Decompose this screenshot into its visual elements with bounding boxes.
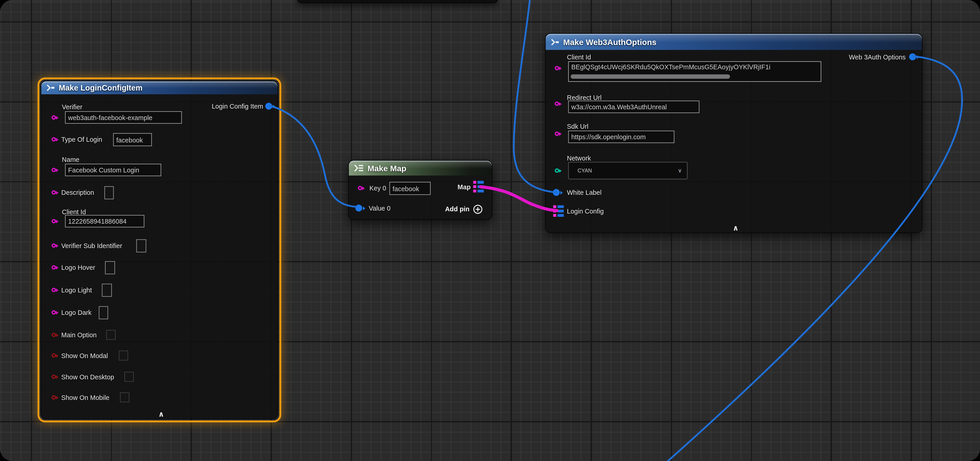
pin-label-client-id: Client Id (62, 208, 86, 216)
pin-description[interactable] (51, 190, 56, 195)
pin-label-type-of-login: Type Of Login (61, 136, 102, 143)
pin-label-main-option: Main Option (61, 331, 97, 339)
logo-hover-field[interactable] (105, 261, 115, 274)
chevron-down-icon: ∨ (678, 167, 682, 173)
make-struct-icon (550, 38, 559, 45)
pin-type-of-login[interactable] (51, 137, 56, 141)
show-on-mobile-checkbox[interactable] (120, 393, 129, 402)
client-id-scrollbar[interactable] (571, 74, 730, 79)
pin-value0[interactable] (355, 205, 362, 211)
pin-label-show-on-desktop: Show On Desktop (61, 373, 114, 380)
pin-show-on-desktop[interactable] (51, 375, 56, 379)
pin-verifier-sub-identifier[interactable] (51, 243, 56, 248)
pin-label-logo-dark: Logo Dark (61, 309, 92, 316)
pin-main-option[interactable] (51, 333, 56, 337)
description-field[interactable] (104, 186, 114, 199)
pin-client-id[interactable] (555, 66, 559, 70)
redirect-url-field[interactable]: w3a://com.w3a.Web3AuthUnreal (568, 101, 700, 113)
make-struct-icon (46, 84, 55, 91)
blueprint-graph-canvas[interactable]: Make LoginConfigItem Login Config Item V… (0, 0, 980, 461)
pin-show-on-mobile[interactable] (51, 395, 56, 399)
node-header[interactable]: Make Map (349, 161, 492, 176)
pin-redirect-url[interactable] (555, 102, 559, 106)
logo-dark-field[interactable] (99, 306, 108, 319)
pin-logo-dark[interactable] (51, 310, 56, 315)
network-dropdown[interactable]: CYAN ∨ (568, 162, 688, 180)
network-selected-value: CYAN (578, 167, 592, 173)
pin-label-client-id: Client Id (567, 53, 591, 60)
client-id-value: BEglQSgt4cUWcj6SKRdu5QkOXTsePmMcusG5EAoy… (571, 63, 819, 71)
node-make-web3authoptions[interactable]: Make Web3AuthOptions Web 3Auth Options C… (545, 33, 923, 233)
show-on-modal-checkbox[interactable] (119, 351, 128, 361)
node-header[interactable]: Make LoginConfigItem (41, 81, 277, 94)
pin-logo-light[interactable] (51, 288, 56, 292)
node-title: Make Web3AuthOptions (563, 37, 657, 47)
pin-label-description: Description (61, 189, 94, 196)
show-on-desktop-checkbox[interactable] (124, 372, 134, 382)
output-pin-label: Web 3Auth Options (849, 53, 906, 60)
output-pin-label: Login Config Item (212, 102, 263, 110)
pin-sdk-url[interactable] (555, 132, 559, 136)
add-pin-label: Add pin (445, 205, 469, 213)
name-field[interactable]: Facebook Custom Login (65, 164, 161, 176)
collapse-node-chevron-icon[interactable]: ∧ (158, 410, 164, 418)
pin-label-key0: Key 0 (369, 184, 386, 192)
client-id-field[interactable]: BEglQSgt4cUWcj6SKRdu5QkOXTsePmMcusG5EAoy… (568, 61, 821, 82)
pin-label-show-on-modal: Show On Modal (61, 352, 108, 359)
pin-label-login-config: Login Config (567, 207, 604, 215)
pin-label-map-output: Map (458, 183, 471, 191)
pin-client-id[interactable] (51, 219, 56, 223)
pin-label-network: Network (567, 154, 591, 162)
logo-light-field[interactable] (102, 283, 112, 297)
node-title: Make Map (368, 163, 407, 173)
pin-label-value0: Value 0 (369, 204, 390, 212)
pin-key0[interactable] (358, 186, 362, 190)
key0-field[interactable]: facebook (389, 182, 431, 195)
node-header[interactable]: Make Web3AuthOptions (546, 34, 922, 50)
pin-name[interactable] (51, 168, 56, 172)
client-id-field[interactable]: 1222658941886084 (65, 215, 144, 227)
node-title: Make LoginConfigItem (59, 83, 143, 92)
pin-label-logo-light: Logo Light (61, 286, 92, 294)
verifier-field[interactable]: web3auth-facebook-example (65, 111, 182, 124)
collapse-node-chevron-icon[interactable]: ∧ (733, 224, 739, 232)
sdk-url-field[interactable]: https://sdk.openlogin.com (568, 130, 675, 143)
verifier-sub-identifier-field[interactable] (136, 239, 146, 252)
wire-loginconfigitem-to-value0[interactable] (269, 106, 356, 207)
add-pin-plus-icon[interactable] (473, 205, 482, 214)
add-pin-button[interactable]: Add pin (445, 205, 469, 213)
pin-label-verifier-sub-identifier: Verifier Sub Identifier (61, 242, 122, 249)
pin-label-name: Name (62, 156, 80, 163)
main-option-checkbox[interactable] (106, 330, 116, 340)
offscreen-node-bottom[interactable] (297, 0, 498, 3)
node-make-loginconfigitem[interactable]: Make LoginConfigItem Login Config Item V… (41, 81, 278, 419)
pin-logo-hover[interactable] (51, 265, 56, 270)
type-of-login-field[interactable]: facebook (113, 133, 152, 146)
pin-label-logo-hover: Logo Hover (61, 264, 95, 271)
pin-label-sdk-url: Sdk Url (567, 122, 589, 130)
pin-label-white-label: White Label (567, 189, 601, 196)
node-make-map[interactable]: Make Map Key 0 facebook Map Value 0 Add … (348, 160, 493, 220)
pin-show-on-modal[interactable] (51, 353, 56, 358)
make-map-icon (354, 164, 364, 172)
pin-verifier[interactable] (51, 115, 56, 119)
pin-label-verifier: Verifier (62, 103, 82, 111)
pin-network[interactable] (555, 168, 559, 173)
pin-label-show-on-mobile: Show On Mobile (61, 394, 110, 401)
pin-label-redirect-url: Redirect Url (567, 94, 601, 101)
selection-outline-make-loginconfigitem: Make LoginConfigItem Login Config Item V… (38, 78, 282, 422)
